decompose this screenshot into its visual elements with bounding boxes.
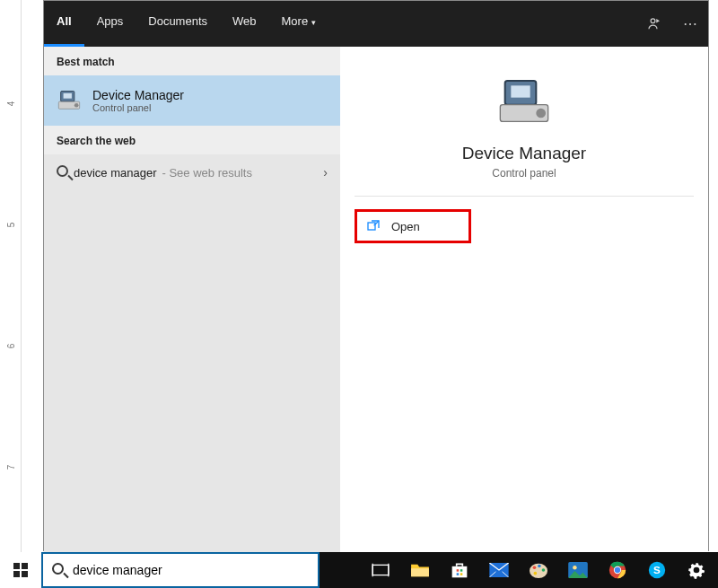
best-match-subtitle: Control panel: [92, 102, 184, 113]
windows-icon: [13, 563, 28, 577]
svg-point-33: [615, 567, 620, 573]
svg-rect-22: [460, 573, 463, 575]
device-manager-icon: [57, 88, 82, 113]
best-match-title: Device Manager: [92, 88, 184, 102]
tab-apps[interactable]: Apps: [84, 1, 136, 47]
web-result-hint: - See web results: [162, 166, 252, 180]
web-result-item[interactable]: device manager - See web results ›: [44, 154, 340, 190]
taskbar-search-input[interactable]: [73, 563, 309, 577]
svg-rect-21: [457, 573, 460, 575]
svg-rect-6: [511, 85, 530, 97]
svg-rect-18: [452, 566, 468, 578]
ruler-tick: 4: [6, 95, 16, 113]
ruler-tick: 5: [6, 216, 16, 234]
svg-rect-9: [368, 223, 375, 230]
svg-text:S: S: [653, 564, 661, 575]
svg-rect-11: [22, 563, 28, 569]
feedback-icon[interactable]: [636, 1, 672, 47]
mail-icon[interactable]: [479, 552, 519, 588]
search-icon: [57, 165, 68, 180]
svg-point-30: [573, 566, 577, 570]
tab-web[interactable]: Web: [220, 1, 269, 47]
file-explorer-icon[interactable]: [400, 552, 440, 588]
store-icon[interactable]: [440, 552, 479, 588]
task-view-icon[interactable]: [361, 552, 400, 588]
best-match-item[interactable]: Device Manager Control panel: [44, 75, 340, 126]
preview-pane: Device Manager Control panel Open: [340, 47, 708, 552]
svg-point-8: [536, 109, 546, 118]
svg-point-0: [651, 18, 655, 22]
web-result-query: device manager: [74, 166, 157, 180]
svg-point-26: [538, 565, 541, 568]
chevron-right-icon: ›: [323, 165, 328, 180]
search-panel: All Apps Documents Web More ⋯ Best match…: [43, 0, 709, 551]
svg-point-27: [542, 568, 546, 572]
paint-icon[interactable]: [519, 552, 558, 588]
tab-documents[interactable]: Documents: [136, 1, 220, 47]
svg-rect-13: [22, 571, 28, 577]
open-action[interactable]: Open: [355, 209, 471, 243]
preview-subtitle: Control panel: [340, 167, 708, 180]
svg-rect-17: [411, 568, 429, 576]
svg-rect-19: [457, 569, 460, 572]
start-button[interactable]: [0, 552, 41, 588]
best-match-header: Best match: [44, 47, 340, 75]
more-options-icon[interactable]: ⋯: [672, 1, 708, 47]
search-topbar: All Apps Documents Web More ⋯: [44, 1, 708, 47]
search-web-header: Search the web: [44, 126, 340, 154]
svg-point-4: [74, 103, 79, 108]
svg-rect-12: [13, 571, 20, 577]
results-list: Best match Device Manager Control panel …: [44, 47, 340, 552]
svg-rect-10: [13, 563, 20, 569]
settings-icon[interactable]: [677, 552, 716, 588]
open-label: Open: [391, 220, 420, 233]
svg-rect-14: [372, 565, 389, 575]
divider: [355, 196, 694, 197]
svg-point-28: [534, 572, 538, 575]
svg-rect-20: [460, 569, 463, 572]
preview-title: Device Manager: [340, 144, 708, 163]
search-icon: [52, 562, 64, 578]
tab-more[interactable]: More: [269, 1, 329, 47]
preview-device-manager-icon: [495, 74, 553, 131]
ruler-tick: 7: [6, 459, 16, 477]
ruler-tick: 6: [6, 338, 16, 355]
vertical-ruler: 4 5 6 7: [0, 0, 22, 552]
open-icon: [366, 219, 381, 233]
chrome-icon[interactable]: [598, 552, 637, 588]
taskbar-search[interactable]: [41, 552, 320, 588]
photos-icon[interactable]: [558, 552, 598, 588]
taskbar: S: [0, 552, 718, 588]
svg-rect-2: [64, 93, 72, 99]
skype-icon[interactable]: S: [637, 552, 677, 588]
svg-point-25: [533, 566, 537, 569]
tab-all[interactable]: All: [44, 1, 84, 47]
